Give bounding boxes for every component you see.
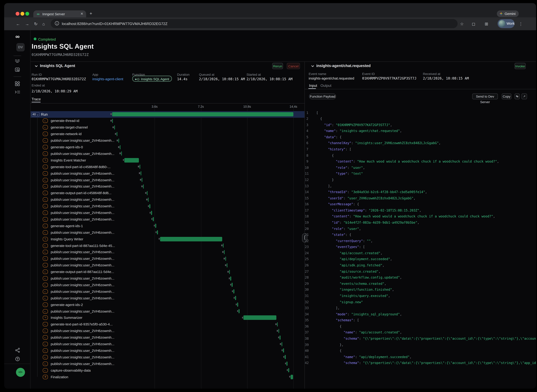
- step-bar[interactable]: [282, 342, 282, 346]
- function-payload-button[interactable]: Function Payload: [309, 93, 336, 99]
- step-bar[interactable]: [148, 197, 149, 202]
- sidebar-item-share[interactable]: [4, 348, 31, 354]
- trace-row[interactable]: ⊞Finalization: [31, 373, 305, 380]
- step-bar[interactable]: [287, 362, 287, 366]
- reload-icon[interactable]: ↻: [34, 21, 37, 26]
- tab-input[interactable]: Input: [309, 83, 317, 88]
- step-bar[interactable]: [224, 250, 225, 254]
- step-bar[interactable]: [157, 230, 158, 234]
- span-bar[interactable]: [160, 237, 222, 241]
- step-bar[interactable]: [223, 243, 224, 248]
- step-bar[interactable]: [114, 125, 115, 129]
- profile-chip[interactable]: Work: [498, 19, 514, 28]
- step-bar[interactable]: [232, 283, 233, 287]
- sidebar-item-runs[interactable]: [4, 59, 31, 65]
- run-children-count[interactable]: 40 ⌄: [32, 112, 40, 117]
- reading-mode-icon[interactable]: ⊞: [485, 21, 488, 26]
- cancel-button[interactable]: Cancel: [287, 63, 300, 69]
- address-bar[interactable]: i localhost:8288/run?runID=01KHRMPW77GVM…: [51, 19, 458, 28]
- expand-icon[interactable]: ↗: [522, 93, 527, 99]
- trace-row[interactable]: >_publish:user:insights:user_2VH6zowmh..…: [31, 216, 305, 223]
- step-bar[interactable]: [153, 217, 154, 221]
- step-bar[interactable]: [149, 204, 150, 208]
- trace-row[interactable]: >_publish:user:insights:user_2VH6zowmh..…: [31, 347, 305, 354]
- trace-row[interactable]: >_publish:user:insights:user_2VH6zowmh..…: [31, 262, 305, 269]
- app-avatar[interactable]: DV: [16, 43, 25, 51]
- trace-row[interactable]: ∿Insights Query Writer: [31, 236, 305, 242]
- step-bar[interactable]: [120, 145, 120, 149]
- step-bar[interactable]: [118, 139, 119, 143]
- trace-row[interactable]: >_generate-output-part-id-c458648f-8d6..…: [31, 190, 305, 196]
- step-bar[interactable]: [142, 178, 143, 182]
- span-bar[interactable]: [243, 316, 276, 320]
- chevron-down-icon[interactable]: [34, 64, 38, 68]
- trace-row[interactable]: >_capture-observability-data: [31, 367, 305, 373]
- trace-row-run[interactable]: 40 ⌄ Run: [31, 111, 305, 118]
- app-link[interactable]: insights-agent-client: [92, 77, 123, 81]
- trace-row[interactable]: >_publish:user:insights:user_2VH6zowmh..…: [31, 275, 305, 282]
- trace-row[interactable]: >_publish:user:insights:user_2VH6zowmh..…: [31, 308, 305, 315]
- span-bar[interactable]: [125, 158, 139, 163]
- step-bar[interactable]: [283, 349, 284, 353]
- trace-row[interactable]: >_generate-agent-ids-2: [31, 301, 305, 308]
- function-pill[interactable]: ✦۞Insights SQL Agent: [132, 76, 172, 82]
- step-bar[interactable]: [280, 335, 281, 340]
- trace-row[interactable]: >_publish:user:insights:user_2VH6zowmh..…: [31, 196, 305, 203]
- tab-output[interactable]: Output: [320, 83, 331, 88]
- step-bar[interactable]: [225, 257, 226, 261]
- browser-tab[interactable]: ∞ Inngest Server ✕: [33, 10, 86, 17]
- step-bar[interactable]: [155, 224, 156, 228]
- trace-row[interactable]: >_publish:user:insights:user_2VH6zowmh..…: [31, 210, 305, 216]
- trace-row[interactable]: >_generate-network-id: [31, 131, 305, 137]
- step-bar[interactable]: [139, 165, 140, 169]
- step-bar[interactable]: [143, 184, 144, 189]
- gemini-button[interactable]: Gemini: [497, 10, 519, 17]
- trace-row[interactable]: >_publish:user:insights:user_2VH6zowmh..…: [31, 249, 305, 255]
- trace-row[interactable]: >_generate-output-part-id-887aa111-5d4e.…: [31, 268, 305, 275]
- trace-row[interactable]: >_publish:user:insights:user_2VH6zowmh..…: [31, 170, 305, 177]
- inngest-logo-icon[interactable]: ∞: [4, 33, 31, 40]
- trace-row[interactable]: >_publish:user:insights:user_2VH6zowmh..…: [31, 203, 305, 210]
- trace-row[interactable]: >_publish:user:insights:user_2VH6zowmh..…: [31, 328, 305, 334]
- step-bar[interactable]: [147, 191, 148, 195]
- browser-menu-icon[interactable]: ⋮: [519, 21, 523, 26]
- trace-row[interactable]: >_publish:user:insights:user_2VH6zowmh..…: [31, 295, 305, 301]
- trace-row[interactable]: >_generate-thread-id: [31, 117, 305, 124]
- site-info-icon[interactable]: i: [55, 21, 59, 25]
- rerun-button[interactable]: Rerun: [272, 63, 283, 69]
- minimize-window-button[interactable]: [20, 12, 24, 15]
- trace-row[interactable]: >_publish:user:insights:user_2VH6zowmh..…: [31, 183, 305, 190]
- trace-row[interactable]: >_generate-tool-part-id-887aa111-5d4e-45…: [31, 242, 305, 249]
- trace-row[interactable]: >_publish:user:insights:user_2VH6zowmh..…: [31, 229, 305, 236]
- extensions-icon[interactable]: ◻: [472, 21, 475, 26]
- trace-row[interactable]: >_publish:user:insights:user_2VH6zowmh..…: [31, 288, 305, 295]
- run-bar[interactable]: [112, 112, 293, 116]
- trace-row[interactable]: >_publish:user:insights:user_2VH6zowmh..…: [31, 255, 305, 262]
- step-bar[interactable]: [116, 132, 117, 136]
- sidebar-item-apps[interactable]: [4, 81, 31, 88]
- step-bar[interactable]: [239, 309, 240, 313]
- step-bar[interactable]: [230, 276, 231, 280]
- trace-row[interactable]: >_publish:user:insights:user_2VH6zowmh..…: [31, 334, 305, 341]
- payload-code-view[interactable]: 1[ 2 { 3 "id": "01KHRMPVZP0V977KAT2GP3ST…: [305, 101, 536, 376]
- sidebar-item-events-search[interactable]: [4, 67, 31, 74]
- trace-row[interactable]: >_publish:user:insights:user_2VH6zowmh..…: [31, 137, 305, 144]
- trace-row[interactable]: >_generate-tool-part-id-c458648f-8d60-..…: [31, 163, 305, 170]
- step-bar[interactable]: [227, 263, 227, 267]
- close-window-button[interactable]: [16, 12, 19, 15]
- step-bar[interactable]: [237, 303, 238, 307]
- span-bar[interactable]: [291, 375, 293, 379]
- trace-row[interactable]: >_publish:user:insights:user_2VH6zowmh..…: [31, 341, 305, 347]
- step-bar[interactable]: [278, 329, 279, 333]
- step-bar[interactable]: [151, 211, 152, 215]
- trace-row[interactable]: >_generate-target-channel: [31, 124, 305, 131]
- step-bar[interactable]: [235, 296, 236, 300]
- trace-row[interactable]: >_publish:user:insights:user_2VH6zowmh..…: [31, 282, 305, 288]
- new-tab-button[interactable]: +: [90, 11, 92, 16]
- step-bar[interactable]: [233, 289, 234, 294]
- back-icon[interactable]: ←: [16, 21, 20, 26]
- forward-icon[interactable]: →: [25, 21, 29, 26]
- word-wrap-icon[interactable]: ↹: [514, 93, 520, 99]
- trace-row[interactable]: ∿Insights Summarizer: [31, 314, 305, 321]
- trace-row[interactable]: >_publish:user:insights:user_2VH6zowmh..…: [31, 354, 305, 360]
